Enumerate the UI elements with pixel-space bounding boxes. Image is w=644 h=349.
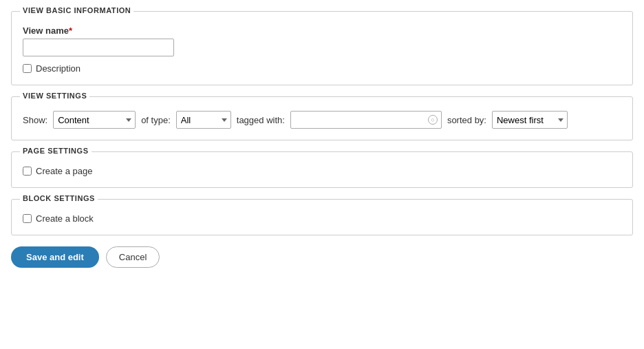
sort-select[interactable]: Newest first Oldest first Title A-Z Titl…	[492, 111, 568, 129]
create-page-row: Create a page	[23, 166, 621, 176]
block-settings-section: BLOCK SETTINGS Create a block	[11, 199, 633, 235]
view-name-input[interactable]	[23, 39, 174, 56]
description-row: Description	[23, 63, 621, 74]
block-settings-legend: BLOCK SETTINGS	[20, 194, 98, 202]
create-block-checkbox[interactable]	[23, 214, 32, 223]
show-label: Show:	[23, 115, 47, 125]
create-page-label[interactable]: Create a page	[36, 166, 92, 176]
page-settings-section: PAGE SETTINGS Create a page	[11, 151, 633, 188]
description-checkbox[interactable]	[23, 64, 32, 73]
tagged-with-icon: ○	[428, 115, 438, 125]
tagged-with-label: tagged with:	[237, 115, 285, 125]
button-row: Save and edit Cancel	[11, 246, 633, 268]
view-basic-information-legend: VIEW BASIC INFORMATION	[20, 6, 133, 14]
of-type-label: of type:	[141, 115, 171, 125]
create-block-label[interactable]: Create a block	[36, 213, 94, 224]
view-name-label: View name*	[23, 25, 621, 36]
sorted-by-label: sorted by:	[447, 115, 486, 125]
tagged-with-wrapper: ○	[290, 111, 442, 129]
tagged-with-input[interactable]	[290, 111, 442, 129]
required-star: *	[69, 25, 72, 36]
page-settings-legend: PAGE SETTINGS	[20, 147, 92, 155]
show-select[interactable]: Content Files Users Comments	[53, 111, 136, 129]
view-settings-row: Show: Content Files Users Comments of ty…	[23, 111, 621, 129]
view-settings-section: VIEW SETTINGS Show: Content Files Users …	[11, 96, 633, 140]
create-block-row: Create a block	[23, 213, 621, 224]
view-settings-legend: VIEW SETTINGS	[20, 92, 89, 100]
description-label[interactable]: Description	[36, 63, 80, 74]
view-basic-information-section: VIEW BASIC INFORMATION View name* Descri…	[11, 11, 633, 85]
view-name-row: View name*	[23, 25, 621, 56]
save-and-edit-button[interactable]: Save and edit	[11, 246, 99, 268]
type-select[interactable]: All Article Page Blog post	[176, 111, 231, 129]
create-page-checkbox[interactable]	[23, 167, 32, 176]
cancel-button[interactable]: Cancel	[106, 246, 160, 268]
